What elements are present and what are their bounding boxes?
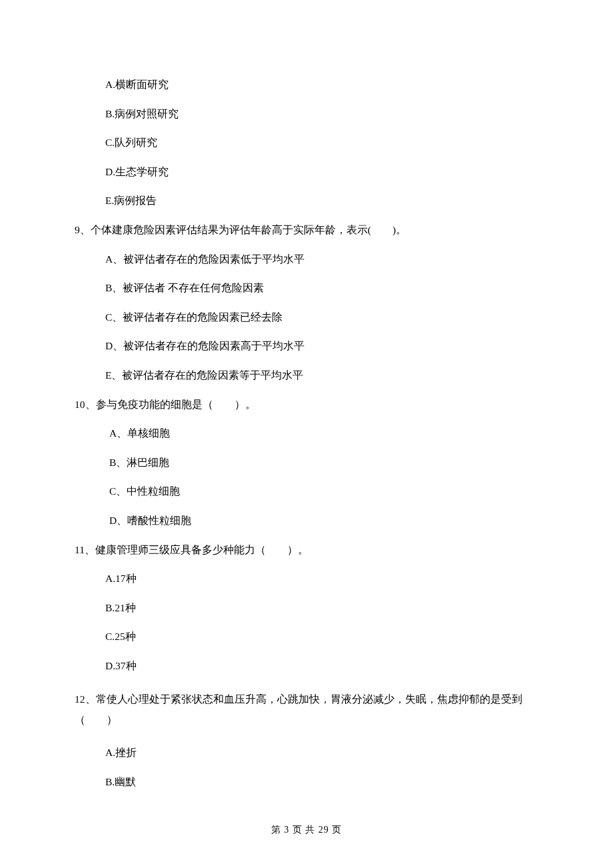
q9-option-e: E、被评估者存在的危险因素等于平均水平 xyxy=(75,369,538,382)
q10-option-b: B、淋巴细胞 xyxy=(75,457,538,469)
q11-option-a: A.17种 xyxy=(75,573,538,585)
q10-option-a: A、单核细胞 xyxy=(75,427,538,440)
q8-option-b: B.病例对照研究 xyxy=(75,108,538,121)
q12-option-a: A.挫折 xyxy=(75,747,538,759)
q11-stem: 11、健康管理师三级应具备多少种能力（ ）。 xyxy=(75,544,538,557)
q11-option-c: C.25种 xyxy=(75,631,538,643)
q8-option-c: C.队列研究 xyxy=(75,137,538,149)
q10-stem: 10、参与免疫功能的细胞是（ ）。 xyxy=(75,399,538,411)
q12-stem: 12、常使人心理处于紧张状态和血压升高，心跳加快，胃液分泌减少，失眠，焦虑抑郁的… xyxy=(75,689,538,730)
q9-option-b: B、被评估者 不存在任何危险因素 xyxy=(75,282,538,295)
q8-option-e: E.病例报告 xyxy=(75,195,538,207)
page-footer: 第 3 页 共 29 页 xyxy=(0,825,613,836)
q9-stem: 9、个体建康危险因素评估结果为评估年龄高于实际年龄，表示( )。 xyxy=(75,224,538,237)
q10-option-c: C、中性粒细胞 xyxy=(75,485,538,498)
q9-option-a: A、被评估者存在的危险因素低于平均水平 xyxy=(75,253,538,266)
q11-option-d: D.37种 xyxy=(75,660,538,673)
q11-option-b: B.21种 xyxy=(75,602,538,615)
q9-option-d: D、被评估者存在的危险因素高于平均水平 xyxy=(75,340,538,353)
q8-option-a: A.横断面研究 xyxy=(75,79,538,91)
page-content: A.横断面研究 B.病例对照研究 C.队列研究 D.生态学研究 E.病例报告 9… xyxy=(0,0,613,868)
q12-option-b: B.幽默 xyxy=(75,776,538,789)
q10-option-d: D、嗜酸性粒细胞 xyxy=(75,515,538,527)
q8-option-d: D.生态学研究 xyxy=(75,166,538,179)
q9-option-c: C、被评估者存在的危险因素已经去除 xyxy=(75,311,538,324)
